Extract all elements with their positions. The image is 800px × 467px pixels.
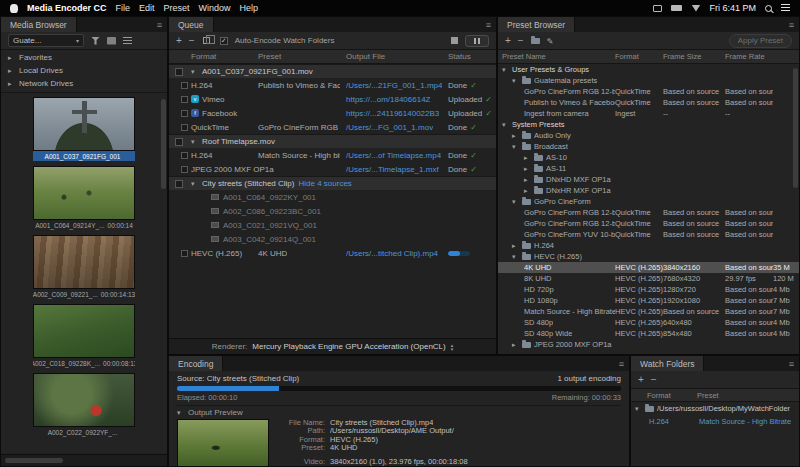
clip-thumbnail[interactable] (33, 304, 135, 358)
column-format[interactable]: Format (647, 391, 697, 400)
tab-media-browser[interactable]: Media Browser (1, 17, 77, 32)
preset-row-selected[interactable]: 4K UHDHEVC (H.265)3840x2160Based on sour… (498, 262, 799, 273)
chevron-right-icon[interactable] (512, 132, 519, 139)
output-file-link[interactable]: /Users/...Timelapse_1.mxf (346, 165, 448, 174)
tab-queue[interactable]: Queue (169, 17, 214, 32)
preset-folder-row[interactable]: Broadcast (498, 141, 799, 152)
queue-job-row[interactable]: City streets (Stitched Clip)Hide 4 sourc… (169, 176, 496, 190)
panel-menu-icon[interactable] (481, 17, 496, 32)
output-preview-label[interactable]: Output Preview (188, 408, 243, 417)
column-status[interactable]: Status (448, 52, 496, 61)
output-checkbox[interactable] (181, 166, 188, 173)
chevron-right-icon[interactable] (524, 165, 531, 172)
chevron-down-icon[interactable] (635, 405, 642, 412)
spotlight-search-icon[interactable] (765, 5, 772, 12)
add-preset-button[interactable] (505, 36, 511, 46)
menu-help[interactable]: Help (240, 3, 259, 13)
column-preset[interactable]: Preset (258, 52, 346, 61)
tree-item-network-drives[interactable]: Network Drives (1, 77, 167, 90)
clip-item[interactable]: A002_C018_09228K_...00:00:08:13 (33, 304, 135, 368)
tab-watch-folders[interactable]: Watch Folders (631, 356, 704, 371)
panel-menu-icon[interactable] (614, 356, 629, 371)
queue-output-row[interactable]: JPEG 2000 MXF OP1a/Users/...Timelapse_1.… (169, 162, 496, 176)
tab-preset-browser[interactable]: Preset Browser (498, 17, 575, 32)
queue-output-row[interactable]: H.264Publish to Vimeo & Face.../Users/..… (169, 78, 496, 92)
remove-job-button[interactable] (189, 36, 195, 46)
output-checkbox[interactable] (181, 250, 188, 257)
column-output-file[interactable]: Output File (346, 52, 448, 61)
clip-thumbnail[interactable] (33, 166, 135, 220)
menu-window[interactable]: Window (199, 3, 231, 13)
vertical-scrollbar[interactable] (793, 68, 798, 188)
output-file-link[interactable]: /Users/...FG_001_1.mov (346, 123, 448, 132)
menu-file[interactable]: File (116, 3, 131, 13)
preset-row[interactable]: SD 480pHEVC (H.265)640x480Based on sour4… (498, 317, 799, 328)
chevron-down-icon[interactable] (177, 409, 184, 416)
output-checkbox[interactable] (181, 82, 188, 89)
apply-preset-button[interactable]: Apply Preset (729, 34, 792, 48)
queue-source-row[interactable]: A003_C042_09214Q_001 (169, 232, 496, 246)
menu-preset[interactable]: Preset (164, 3, 190, 13)
notification-center-icon[interactable] (781, 4, 790, 12)
output-preset[interactable]: Publish to Vimeo & Face... (258, 81, 346, 90)
column-preset[interactable]: Preset (697, 391, 799, 400)
preset-folder-row[interactable]: AS-11 (498, 163, 799, 174)
clip-item[interactable]: A002_C009_09221_...00:00:14:13 (33, 235, 135, 299)
output-file-link[interactable]: /Users/...21FG_001_1.mp4 (346, 81, 448, 90)
clip-thumbnail[interactable] (33, 97, 135, 151)
preset-row[interactable]: Publish to Vimeo & FacebookQuickTimeBase… (498, 97, 799, 108)
output-preset[interactable]: GoPro CineForm RGB 12-... (258, 123, 346, 132)
panel-menu-icon[interactable] (784, 17, 799, 32)
chevron-right-icon[interactable] (8, 54, 15, 61)
chevron-down-icon[interactable] (512, 77, 519, 84)
preset-row[interactable]: GoPro CineForm RGB 12-bit with alpha at … (498, 218, 799, 229)
duplicate-job-icon[interactable] (203, 37, 210, 44)
battery-icon[interactable] (671, 5, 682, 11)
preset-section-row[interactable]: User Presets & Groups (498, 64, 799, 75)
chevron-right-icon[interactable] (524, 187, 531, 194)
preset-row[interactable]: Match Source - High BitrateHEVC (H.265)B… (498, 306, 799, 317)
preset-folder-row[interactable]: DNxHD MXF OP1a (498, 174, 799, 185)
view-list-icon[interactable] (123, 37, 132, 45)
chevron-down-icon[interactable] (191, 138, 198, 145)
menu-edit[interactable]: Edit (139, 3, 155, 13)
queue-source-row[interactable]: A002_C086_09223BC_001 (169, 204, 496, 218)
chevron-down-icon[interactable] (512, 198, 519, 205)
add-job-button[interactable] (176, 36, 182, 46)
add-watch-folder-button[interactable] (638, 375, 644, 385)
output-checkbox[interactable] (181, 96, 188, 103)
tree-item-local-drives[interactable]: Local Drives (1, 64, 167, 77)
column-frame-rate[interactable]: Frame Rate (725, 52, 773, 61)
auto-encode-checkbox[interactable] (220, 37, 228, 45)
chevron-down-icon[interactable] (502, 66, 509, 73)
panel-menu-icon[interactable] (784, 356, 799, 371)
filter-funnel-icon[interactable] (91, 37, 100, 45)
job-checkbox[interactable] (175, 180, 183, 188)
preset-folder-row[interactable]: DNxHR MXF OP1a (498, 185, 799, 196)
pause-queue-button[interactable] (465, 35, 489, 47)
remove-preset-button[interactable] (518, 36, 524, 46)
preset-row[interactable]: HD 1080pHEVC (H.265)1920x1080Based on so… (498, 295, 799, 306)
clip-item[interactable]: A001_C037_0921FG_001 (33, 97, 135, 161)
chevron-down-icon[interactable] (502, 121, 509, 128)
output-preset[interactable]: 4K UHD (258, 249, 346, 258)
preset-folder-row[interactable]: AS-10 (498, 152, 799, 163)
output-preset[interactable]: Match Source - High bit... (258, 151, 346, 160)
preset-folder-row[interactable]: JPEG 2000 MXF OP1a (498, 339, 799, 350)
column-preset-name[interactable]: Preset Name (502, 52, 615, 61)
app-menu-title[interactable]: Media Encoder CC (27, 3, 107, 13)
column-format[interactable]: Format (191, 52, 258, 61)
chevron-down-icon[interactable] (512, 143, 519, 150)
apple-menu-icon[interactable] (10, 4, 18, 13)
preset-section-row[interactable]: System Presets (498, 119, 799, 130)
renderer-select[interactable]: Mercury Playback Engine GPU Acceleration… (252, 342, 445, 351)
edit-preset-icon[interactable] (547, 36, 554, 46)
queue-output-row[interactable]: Vimeohttps://...om/18406614ZUploaded (169, 92, 496, 106)
preset-row[interactable]: GoPro CineForm RGB 12-bit with alpha (4K… (498, 86, 799, 97)
chevron-right-icon[interactable] (524, 154, 531, 161)
clip-item[interactable]: A002_C022_0922YF_... (33, 373, 135, 437)
preset-row[interactable]: Ingest from cameraIngest---- (498, 108, 799, 119)
chevron-right-icon[interactable] (512, 242, 519, 249)
output-checkbox[interactable] (181, 152, 188, 159)
output-file-link[interactable]: /Users/...of Timelapse.mp4 (346, 151, 448, 160)
